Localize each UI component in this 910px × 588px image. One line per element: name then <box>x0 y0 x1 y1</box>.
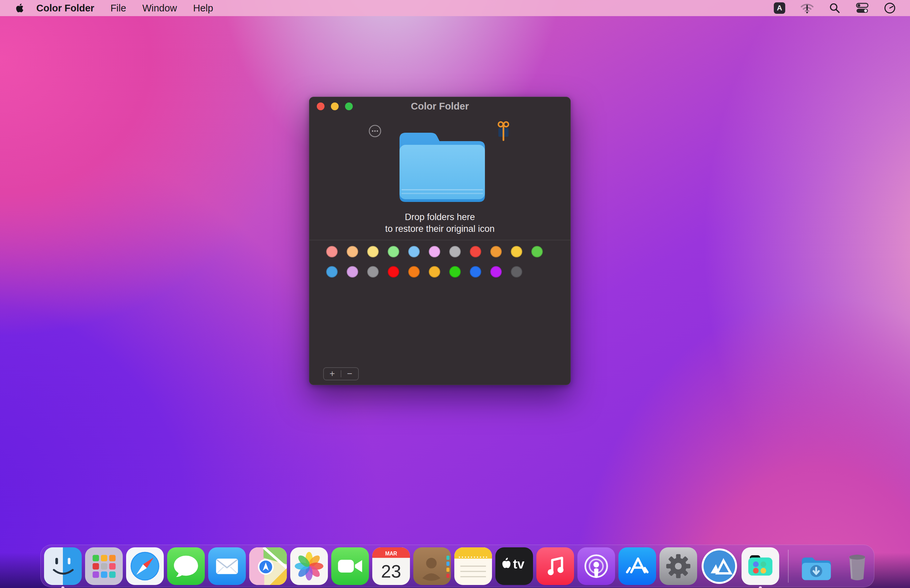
dock-item-appstore[interactable] <box>619 548 656 585</box>
color-swatch-bright-red[interactable] <box>388 266 399 278</box>
folder-drop-target[interactable] <box>397 123 487 202</box>
dock: MAR 23 tv <box>40 544 874 587</box>
dock-item-mail[interactable] <box>208 548 246 585</box>
menu-window[interactable]: Window <box>134 3 185 14</box>
dock-item-messages[interactable] <box>167 548 205 585</box>
svg-text:23: 23 <box>381 561 401 581</box>
color-swatch-lilac[interactable] <box>429 246 440 257</box>
drop-hint-line2: to restore their original icon <box>309 223 570 235</box>
color-swatch-red[interactable] <box>470 246 481 257</box>
more-options-button[interactable] <box>368 124 382 138</box>
dock-item-system-preferences[interactable] <box>659 548 697 585</box>
color-swatch-bright-orange[interactable] <box>408 266 420 278</box>
running-indicator <box>759 586 762 588</box>
traffic-lights <box>317 97 353 115</box>
add-remove-control: + − <box>323 367 359 380</box>
drop-hint-text: Drop folders here to restore their origi… <box>309 212 570 235</box>
search-icon[interactable] <box>827 2 842 14</box>
window-titlebar[interactable]: Color Folder <box>309 97 570 115</box>
menu-file[interactable]: File <box>102 3 134 14</box>
dock-item-contacts[interactable] <box>413 548 451 585</box>
dock-item-safari[interactable] <box>126 548 164 585</box>
color-swatch-mint[interactable] <box>388 246 399 257</box>
color-swatch-bright-green[interactable] <box>449 266 461 278</box>
color-swatch-salmon[interactable] <box>326 246 338 257</box>
menu-help[interactable]: Help <box>185 3 221 14</box>
menu-bar: Color Folder File Window Help A <box>0 0 910 16</box>
dock-item-appletv[interactable]: tv <box>495 548 533 585</box>
dock-item-music[interactable] <box>536 548 574 585</box>
color-swatch-purple[interactable] <box>490 266 502 278</box>
clock-icon[interactable] <box>882 2 897 14</box>
dock-item-calendar[interactable]: MAR 23 <box>372 548 410 585</box>
dock-item-trash[interactable] <box>839 548 876 585</box>
dock-item-color-folder-app[interactable] <box>742 548 779 585</box>
color-swatch-gray[interactable] <box>367 266 379 278</box>
minimize-button[interactable] <box>331 102 338 110</box>
dock-item-podcasts[interactable] <box>577 548 615 585</box>
zoom-button[interactable] <box>345 102 353 110</box>
dock-item-mountain-app[interactable] <box>701 548 738 585</box>
color-swatch-peach[interactable] <box>347 246 358 257</box>
add-color-button[interactable]: + <box>324 368 341 380</box>
color-swatch-orchid[interactable] <box>347 266 358 278</box>
dock-item-downloads[interactable] <box>797 548 835 585</box>
color-palette <box>326 246 543 278</box>
keyboard-input-icon[interactable]: A <box>772 2 787 14</box>
palette-row-2 <box>326 266 543 278</box>
dock-item-launchpad[interactable] <box>85 548 123 585</box>
svg-text:tv: tv <box>513 557 525 571</box>
color-folder-window: Color Folder <box>309 97 571 385</box>
menu-app-name[interactable]: Color Folder <box>36 3 102 14</box>
color-swatch-gold[interactable] <box>511 246 522 257</box>
remove-color-button[interactable]: − <box>341 368 358 380</box>
color-swatch-green[interactable] <box>531 246 543 257</box>
dock-separator <box>788 550 789 583</box>
close-button[interactable] <box>317 102 324 110</box>
color-swatch-royal-blue[interactable] <box>470 266 481 278</box>
dock-item-finder[interactable] <box>44 548 82 585</box>
section-divider <box>309 240 570 240</box>
dock-item-facetime[interactable] <box>331 548 369 585</box>
drop-hint-line1: Drop folders here <box>309 212 570 223</box>
menu-status-area: A <box>772 2 897 14</box>
running-indicator <box>62 586 65 588</box>
color-swatch-light-gray[interactable] <box>449 246 461 257</box>
palette-row-1 <box>326 246 543 257</box>
color-swatch-lemon[interactable] <box>367 246 379 257</box>
dock-item-maps[interactable] <box>249 548 287 585</box>
svg-text:MAR: MAR <box>385 550 397 556</box>
color-swatch-dark-gray[interactable] <box>511 266 522 278</box>
control-center-icon[interactable] <box>855 2 870 14</box>
color-swatch-sky[interactable] <box>408 246 420 257</box>
apple-menu-icon[interactable] <box>13 3 26 13</box>
color-swatch-orange[interactable] <box>490 246 502 257</box>
color-swatch-amber[interactable] <box>429 266 440 278</box>
dock-item-photos[interactable] <box>290 548 328 585</box>
color-swatch-blue[interactable] <box>326 266 338 278</box>
ribbon-key-icon[interactable] <box>495 120 512 144</box>
dock-item-notes[interactable] <box>454 548 492 585</box>
wifi-alert-icon[interactable] <box>800 2 814 14</box>
